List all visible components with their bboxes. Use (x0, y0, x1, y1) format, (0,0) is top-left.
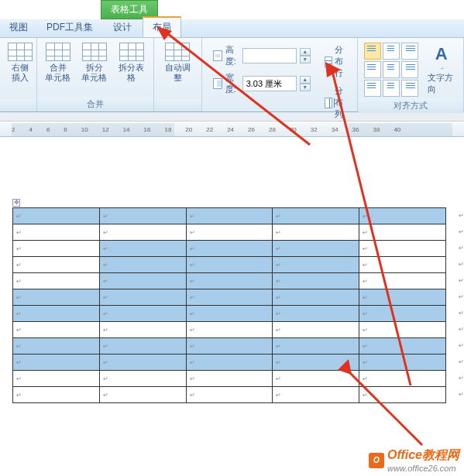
align-bot-center[interactable] (383, 80, 400, 97)
table-cell[interactable]: ↵ (273, 371, 359, 387)
align-top-center[interactable] (383, 43, 400, 60)
table-cell[interactable]: ↵ (13, 387, 100, 403)
table-cell[interactable]: ↵ (99, 257, 186, 273)
table-cell[interactable]: ↵ (13, 306, 100, 322)
table-cell[interactable]: ↵ (13, 224, 100, 241)
split-table-button[interactable]: 拆分表格 (115, 41, 149, 84)
table-cell[interactable]: ↵ (99, 241, 186, 257)
table-cell[interactable]: ↵ (186, 338, 273, 354)
table-cell[interactable]: ↵ (273, 273, 359, 289)
table-cell[interactable]: ↵ (99, 387, 186, 403)
table-cell[interactable]: ↵ (99, 306, 186, 322)
table-cell[interactable]: ↵ (13, 241, 100, 257)
height-up[interactable]: ▲ (300, 48, 311, 56)
insert-right-button[interactable]: 右侧插入 (5, 41, 36, 84)
table-cell[interactable]: ↵ (13, 371, 100, 387)
autofit-button[interactable]: 自动调整 (159, 41, 197, 84)
table-cell[interactable]: ↵ (359, 208, 446, 224)
document-area[interactable]: ✥ ↵↵↵↵↵↵↵↵↵↵↵↵↵↵↵↵↵↵↵↵↵↵↵↵↵↵↵↵↵↵↵↵↵↵↵↵↵↵… (0, 137, 464, 403)
width-input[interactable] (242, 76, 297, 91)
table-cell[interactable]: ↵ (273, 224, 359, 241)
tab-bar: 视图 PDF工具集 设计 布局 (0, 19, 464, 38)
watermark-title: Office教程网 (387, 447, 459, 464)
table-cell[interactable]: ↵ (359, 224, 446, 241)
align-mid-left[interactable] (364, 61, 381, 78)
align-bot-right[interactable] (401, 80, 418, 97)
height-down[interactable]: ▼ (300, 56, 311, 63)
table-cell[interactable]: ↵ (99, 208, 186, 224)
table-cell[interactable]: ↵ (186, 322, 273, 338)
table-cell[interactable]: ↵ (13, 338, 100, 354)
table-cell[interactable]: ↵ (186, 257, 273, 273)
distribute-rows-button[interactable]: 分布行 (325, 44, 349, 79)
table-cell[interactable]: ↵ (99, 354, 186, 371)
table-cell[interactable]: ↵ (273, 322, 359, 338)
tab-view[interactable]: 视图 (0, 18, 37, 37)
align-mid-right[interactable] (401, 61, 418, 78)
table-cell[interactable]: ↵ (99, 371, 186, 387)
table-cell[interactable]: ↵ (359, 257, 446, 273)
table-cell[interactable]: ↵ (273, 241, 359, 257)
table-cell[interactable]: ↵ (186, 289, 273, 306)
table-cell[interactable]: ↵ (13, 322, 100, 338)
align-top-left[interactable] (364, 43, 381, 60)
table-cell[interactable]: ↵ (13, 273, 100, 289)
table-cell[interactable]: ↵ (359, 273, 446, 289)
group-merge-label: 合并 (37, 97, 153, 111)
table-cell[interactable]: ↵ (99, 338, 186, 354)
table-cell[interactable]: ↵ (359, 371, 446, 387)
table-cell[interactable]: ↵ (273, 387, 359, 403)
table-cell[interactable]: ↵ (99, 322, 186, 338)
table-cell[interactable]: ↵ (186, 354, 273, 371)
split-cells-icon (82, 43, 107, 61)
table-cell[interactable]: ↵ (359, 322, 446, 338)
text-direction-button[interactable]: A → 文字方向 (424, 41, 459, 98)
alignment-grid (363, 41, 420, 98)
table-cell[interactable]: ↵ (186, 371, 273, 387)
height-icon (213, 50, 222, 61)
align-mid-center[interactable] (383, 61, 400, 78)
table-cell[interactable]: ↵ (273, 208, 359, 224)
table-cell[interactable]: ↵ (273, 289, 359, 306)
split-cells-button[interactable]: 拆分 单元格 (78, 41, 110, 84)
tab-pdf-tools[interactable]: PDF工具集 (37, 18, 102, 37)
height-input[interactable] (242, 48, 297, 63)
tab-design[interactable]: 设计 (102, 18, 143, 37)
table-cell[interactable]: ↵ (186, 387, 273, 403)
table-cell[interactable]: ↵ (186, 208, 273, 224)
distribute-cols-button[interactable]: 分布列 (325, 85, 349, 120)
table-cell[interactable]: ↵ (273, 257, 359, 273)
merge-cells-label: 合并 单元格 (45, 63, 70, 83)
table-cell[interactable]: ↵ (13, 354, 100, 371)
table-cell[interactable]: ↵ (273, 306, 359, 322)
tab-layout[interactable]: 布局 (143, 16, 181, 37)
horizontal-ruler[interactable]: 246810121416182022242628303234363840 (0, 123, 464, 137)
table-cell[interactable]: ↵ (273, 338, 359, 354)
table-cell[interactable]: ↵ (273, 354, 359, 371)
table-cell[interactable]: ↵ (359, 306, 446, 322)
merge-cells-button[interactable]: 合并 单元格 (42, 41, 74, 84)
table-cell[interactable]: ↵ (186, 306, 273, 322)
table-cell[interactable]: ↵ (13, 257, 100, 273)
insert-right-label: 右侧插入 (8, 63, 33, 83)
table-cell[interactable]: ↵ (359, 338, 446, 354)
table-cell[interactable]: ↵ (359, 387, 446, 403)
table-move-handle[interactable]: ✥ (12, 199, 20, 207)
width-up[interactable]: ▲ (300, 76, 311, 84)
width-down[interactable]: ▼ (300, 84, 311, 91)
align-bot-left[interactable] (364, 80, 381, 97)
document-table[interactable]: ↵↵↵↵↵↵↵↵↵↵↵↵↵↵↵↵↵↵↵↵↵↵↵↵↵↵↵↵↵↵↵↵↵↵↵↵↵↵↵↵… (12, 207, 446, 403)
table-cell[interactable]: ↵ (99, 273, 186, 289)
align-top-right[interactable] (401, 43, 418, 60)
table-cell[interactable]: ↵ (186, 241, 273, 257)
table-cell[interactable]: ↵ (359, 289, 446, 306)
table-cell[interactable]: ↵ (186, 224, 273, 241)
height-label: 高度: (225, 44, 239, 67)
table-cell[interactable]: ↵ (186, 273, 273, 289)
table-cell[interactable]: ↵ (13, 289, 100, 306)
table-cell[interactable]: ↵ (359, 241, 446, 257)
table-cell[interactable]: ↵ (13, 208, 100, 224)
table-cell[interactable]: ↵ (99, 289, 186, 306)
table-cell[interactable]: ↵ (359, 354, 446, 371)
table-cell[interactable]: ↵ (99, 224, 186, 241)
